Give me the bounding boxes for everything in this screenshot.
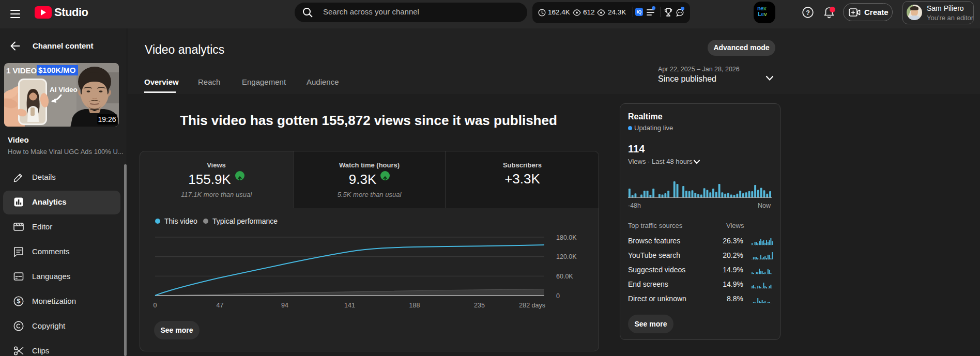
svg-text:282 days: 282 days [519,302,545,309]
svg-text:120.0K: 120.0K [556,253,577,260]
svg-text:180.0K: 180.0K [556,234,577,241]
svg-text:235: 235 [474,302,485,309]
svg-text:188: 188 [409,302,420,309]
svg-text:Typical performance: Typical performance [212,217,278,225]
svg-text:47: 47 [217,302,224,309]
svg-text:1 VIDEO: 1 VIDEO [6,66,37,75]
svg-text:?: ? [806,9,810,17]
svg-text:60.0K: 60.0K [556,273,573,280]
svg-text:$: $ [17,298,21,305]
svg-text:$100K/MO: $100K/MO [38,66,76,74]
svg-text:0: 0 [154,302,157,309]
svg-text:This video: This video [164,217,197,225]
svg-text:0: 0 [556,292,560,300]
svg-text:AI Video: AI Video [50,86,78,94]
svg-text:94: 94 [281,302,288,309]
svg-text:141: 141 [344,302,355,309]
svg-text:19:26: 19:26 [98,115,116,123]
